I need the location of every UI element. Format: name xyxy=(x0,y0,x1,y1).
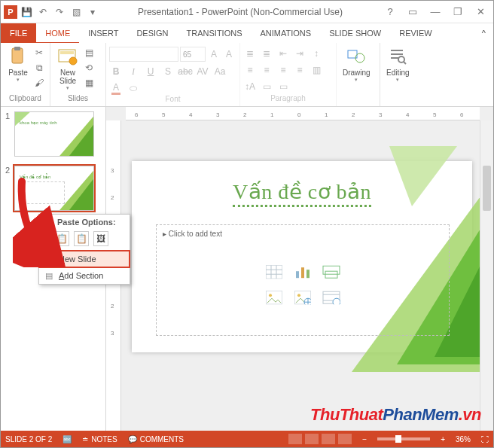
thumb-row-1[interactable]: 1 khoa học máy tính xyxy=(5,111,105,157)
slideshow-view-icon[interactable] xyxy=(338,434,352,444)
thumb-number: 1 xyxy=(5,111,14,157)
status-language[interactable]: 🔤 xyxy=(63,435,72,443)
undo-icon[interactable]: ↶ xyxy=(35,4,50,20)
tab-review[interactable]: REVIEW xyxy=(390,23,441,43)
new-slide-button[interactable]: New Slide ▾ xyxy=(53,44,82,93)
slide-title[interactable]: Vấn đề cơ bản xyxy=(233,179,371,207)
fit-window-icon[interactable]: ⛶ xyxy=(481,435,489,443)
insert-online-picture-icon[interactable] xyxy=(291,287,315,308)
decrease-indent-icon[interactable]: ⇤ xyxy=(276,47,290,60)
section-icon[interactable]: ▦ xyxy=(82,76,96,90)
numbering-icon[interactable]: ≣ xyxy=(260,47,273,60)
format-painter-icon[interactable]: 🖌 xyxy=(32,76,46,90)
align-text-icon[interactable]: ▭ xyxy=(260,80,273,93)
zoom-slider[interactable] xyxy=(377,437,430,440)
restore-icon[interactable]: ❐ xyxy=(448,4,468,20)
status-bar: SLIDE 2 OF 2 🔤 ≐ NOTES 💬 COMMENTS − + 36… xyxy=(1,431,493,447)
text-direction-icon[interactable]: ↕A xyxy=(243,80,257,93)
thumb-1[interactable]: khoa học máy tính xyxy=(14,111,94,157)
find-icon xyxy=(387,46,408,67)
insert-chart-icon[interactable] xyxy=(291,261,315,282)
paste-source-icon[interactable]: 📋 xyxy=(74,231,89,246)
vertical-scrollbar[interactable] xyxy=(480,120,493,431)
smartart-icon[interactable]: ▭ xyxy=(276,80,290,93)
copy-icon[interactable]: ⧉ xyxy=(32,61,46,75)
tab-design[interactable]: DESIGN xyxy=(127,23,177,43)
thumb-row-2[interactable]: 2 Vấn đề cơ bản xyxy=(5,166,105,211)
canvas[interactable]: Vấn đề cơ bản ▸ Click to add text xyxy=(121,120,480,431)
insert-picture-icon[interactable] xyxy=(262,287,286,308)
insert-table-icon[interactable] xyxy=(262,261,286,282)
status-slide-counter[interactable]: SLIDE 2 OF 2 xyxy=(5,435,52,443)
align-center-icon[interactable]: ≡ xyxy=(260,63,273,77)
tab-animations[interactable]: ANIMATIONS xyxy=(252,23,321,43)
paste-button[interactable]: Paste ▾ xyxy=(4,44,32,84)
tab-transitions[interactable]: TRANSITIONS xyxy=(178,23,252,43)
content-placeholder[interactable]: ▸ Click to add text xyxy=(156,224,450,336)
save-icon[interactable]: 💾 xyxy=(19,4,34,20)
slide[interactable]: Vấn đề cơ bản ▸ Click to add text xyxy=(132,161,472,352)
bold-icon[interactable]: B xyxy=(109,65,123,78)
menu-new-slide[interactable]: ▭ New Slide xyxy=(39,251,130,267)
group-label-font: Font xyxy=(109,95,236,106)
close-icon[interactable]: ✕ xyxy=(471,4,490,20)
tab-slideshow[interactable]: SLIDE SHOW xyxy=(320,23,390,43)
menu-add-section[interactable]: ▤ Add Section xyxy=(39,267,130,284)
thumb-2[interactable]: Vấn đề cơ bản xyxy=(14,166,94,211)
highlight-icon[interactable]: ⬭ xyxy=(127,81,140,95)
start-beginning-icon[interactable]: ▧ xyxy=(69,4,84,20)
tab-home[interactable]: HOME xyxy=(36,23,79,43)
redo-icon[interactable]: ↷ xyxy=(52,4,67,20)
minimize-icon[interactable]: — xyxy=(425,4,445,20)
cut-icon[interactable]: ✂ xyxy=(32,46,46,59)
paste-picture-icon[interactable]: 🖼 xyxy=(93,231,108,246)
columns-icon[interactable]: ▥ xyxy=(310,63,323,77)
shrink-font-icon[interactable]: A xyxy=(222,47,236,61)
change-case-icon[interactable]: Aa xyxy=(213,65,227,78)
line-spacing-icon[interactable]: ↕ xyxy=(310,47,323,60)
font-color-icon[interactable]: A xyxy=(109,81,123,95)
reading-view-icon[interactable] xyxy=(322,434,335,444)
italic-icon[interactable]: I xyxy=(127,65,140,78)
tab-file[interactable]: FILE xyxy=(1,23,36,43)
svg-point-7 xyxy=(398,56,404,62)
placeholder-icons xyxy=(262,261,343,308)
status-comments[interactable]: 💬 COMMENTS xyxy=(128,435,184,443)
zoom-value[interactable]: 36% xyxy=(456,435,471,443)
grow-font-icon[interactable]: A xyxy=(207,47,221,61)
justify-icon[interactable]: ≡ xyxy=(293,63,306,77)
insert-smartart-icon[interactable] xyxy=(319,261,343,282)
shadow-icon[interactable]: S xyxy=(161,65,175,78)
strikethrough-icon[interactable]: abc xyxy=(178,65,192,78)
align-right-icon[interactable]: ≡ xyxy=(276,63,290,77)
layout-icon[interactable]: ▤ xyxy=(82,46,96,59)
sorter-view-icon[interactable] xyxy=(305,434,319,444)
paste-theme-icon[interactable]: 📋 xyxy=(54,231,69,246)
tab-insert[interactable]: INSERT xyxy=(79,23,127,43)
insert-video-icon[interactable] xyxy=(319,287,343,308)
qat-dropdown-icon[interactable]: ▾ xyxy=(85,4,100,20)
increase-indent-icon[interactable]: ⇥ xyxy=(293,47,306,60)
editing-button[interactable]: Editing ▾ xyxy=(383,44,413,84)
normal-view-icon[interactable] xyxy=(288,434,302,444)
group-label-paragraph: Paragraph xyxy=(243,94,333,106)
scrollbar-thumb[interactable] xyxy=(483,166,491,211)
align-left-icon[interactable]: ≡ xyxy=(243,63,257,77)
font-size-combobox[interactable]: 65 xyxy=(180,47,206,62)
underline-icon[interactable]: U xyxy=(144,65,157,78)
svg-rect-19 xyxy=(301,267,304,278)
zoom-out-icon[interactable]: − xyxy=(362,435,367,443)
bullets-icon[interactable]: ≣ xyxy=(243,47,257,60)
new-slide-menu-icon: ▭ xyxy=(44,254,54,264)
drawing-button[interactable]: Drawing ▾ xyxy=(340,44,374,84)
spacing-icon[interactable]: AV xyxy=(196,65,209,78)
collapse-ribbon-icon[interactable]: ^ xyxy=(474,23,493,43)
app-icon[interactable]: P xyxy=(4,5,17,19)
zoom-in-icon[interactable]: + xyxy=(441,435,445,443)
reset-icon[interactable]: ⟲ xyxy=(82,61,96,75)
thumb-number: 2 xyxy=(5,166,14,211)
help-icon[interactable]: ? xyxy=(380,4,400,20)
font-family-combobox[interactable] xyxy=(109,47,178,62)
status-notes[interactable]: ≐ NOTES xyxy=(82,435,117,443)
ribbon-options-icon[interactable]: ▭ xyxy=(403,4,422,20)
